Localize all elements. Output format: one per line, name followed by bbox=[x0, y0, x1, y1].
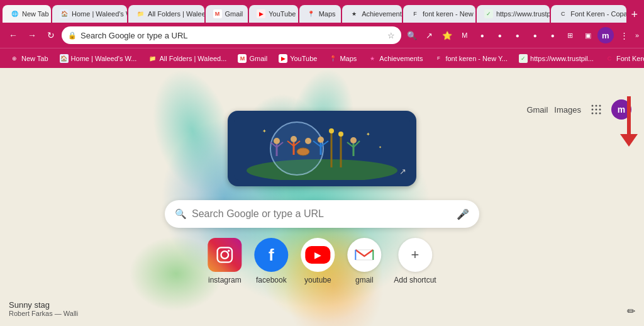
instagram-svg bbox=[216, 246, 233, 264]
bookmark-icon[interactable]: ⭐ bbox=[439, 27, 455, 43]
tab-favicon-new-tab: 🌐 bbox=[10, 9, 19, 18]
doodle-svg: ✦ ✦ ✦ bbox=[234, 117, 410, 180]
tab-copas[interactable]: C Font Keren - Copas... ✕ bbox=[551, 5, 626, 23]
bookmark-favicon-copas: C bbox=[605, 54, 614, 63]
shortcut-facebook[interactable]: f facebook bbox=[254, 238, 288, 284]
tab-label-folders: All Folders | Waleed... bbox=[148, 10, 204, 18]
tab-favicon-home: 🏠 bbox=[60, 9, 69, 18]
shortcut-gmail[interactable]: gmail bbox=[347, 238, 381, 284]
search-box[interactable]: 🔍 🎤 bbox=[165, 200, 479, 228]
svg-point-14 bbox=[318, 137, 324, 143]
svg-point-39 bbox=[221, 251, 228, 259]
reload-button[interactable]: ↻ bbox=[43, 27, 59, 43]
extension-icon-2[interactable]: ● bbox=[492, 27, 508, 43]
browser-window: 🌐 New Tab ✕ 🏠 Home | Waleed's W... ✕ 📁 A… bbox=[0, 0, 644, 326]
attribution: Sunny stag Robert Farkas — Walli bbox=[9, 300, 78, 317]
split-screen-icon[interactable]: ▣ bbox=[580, 27, 596, 43]
search-input[interactable] bbox=[192, 208, 452, 220]
svg-point-20 bbox=[329, 128, 334, 133]
extension-icon-1[interactable]: ● bbox=[474, 27, 491, 43]
doodle-share-icon[interactable]: ↗ bbox=[399, 167, 406, 176]
attribution-subtitle: Robert Farkas — Walli bbox=[9, 310, 78, 317]
youtube-play-icon: ▶ bbox=[305, 246, 330, 264]
svg-point-37 bbox=[599, 113, 601, 115]
bookmark-favicon-maps: 📍 bbox=[328, 54, 337, 63]
bookmark-label-folders: All Folders | Waleed... bbox=[159, 55, 226, 62]
svg-point-35 bbox=[592, 113, 594, 115]
shortcut-label-gmail: gmail bbox=[355, 276, 374, 284]
shortcut-instagram[interactable]: instagram bbox=[208, 238, 242, 284]
bookmark-label-home: Home | Waleed's W... bbox=[71, 55, 137, 62]
bookmark-favicon-new-tab: ⊕ bbox=[10, 54, 19, 63]
tab-bar: 🌐 New Tab ✕ 🏠 Home | Waleed's W... ✕ 📁 A… bbox=[0, 0, 644, 23]
attribution-title: Sunny stag bbox=[9, 300, 78, 310]
profile-avatar[interactable]: m bbox=[597, 27, 614, 43]
tab-achievements[interactable]: ★ Achievements ✕ bbox=[342, 5, 402, 23]
bookmark-youtube[interactable]: ▶ YouTube bbox=[274, 52, 322, 65]
new-tab-button[interactable]: + bbox=[628, 9, 642, 20]
tab-all-folders[interactable]: 📁 All Folders | Waleed... ✕ bbox=[128, 5, 204, 23]
add-shortcut-icon: + bbox=[398, 238, 432, 272]
share-icon[interactable]: ↗ bbox=[421, 27, 438, 43]
extensions-m-icon[interactable]: M bbox=[457, 27, 473, 43]
svg-point-31 bbox=[599, 105, 601, 107]
tab-new-tab[interactable]: 🌐 New Tab ✕ bbox=[3, 5, 51, 23]
svg-point-30 bbox=[596, 105, 597, 107]
forward-button[interactable]: → bbox=[24, 27, 40, 43]
search-icon: 🔍 bbox=[175, 208, 187, 220]
tab-label-home: Home | Waleed's W... bbox=[72, 10, 127, 18]
google-doodle[interactable]: ✦ ✦ ✦ ↗ bbox=[228, 111, 416, 186]
search-toolbar-icon[interactable]: 🔍 bbox=[404, 27, 420, 43]
bookmark-label-maps: Maps bbox=[340, 55, 357, 62]
tab-favicon-copas: C bbox=[558, 9, 567, 18]
back-button[interactable]: ← bbox=[5, 27, 21, 43]
extension-icon-3[interactable]: ● bbox=[509, 27, 526, 43]
svg-point-32 bbox=[592, 109, 594, 111]
lock-icon: 🔒 bbox=[68, 31, 77, 40]
tab-close-gmail[interactable]: ✕ bbox=[246, 10, 248, 18]
tab-youtube[interactable]: ▶ YouTube ✕ bbox=[249, 5, 297, 23]
bookmark-new-tab[interactable]: ⊕ New Tab bbox=[5, 52, 53, 65]
extension-icon-4[interactable]: ● bbox=[527, 27, 543, 43]
tab-gmail[interactable]: M Gmail ✕ bbox=[206, 5, 248, 23]
toolbar: ← → ↻ 🔒 Search Google or type a URL ☆ 🔍 … bbox=[0, 23, 644, 48]
google-apps-button[interactable] bbox=[587, 101, 605, 118]
tab-favicon-folders: 📁 bbox=[136, 9, 145, 18]
svg-point-33 bbox=[596, 109, 597, 111]
shortcut-youtube[interactable]: ▶ youtube bbox=[301, 238, 335, 284]
tab-home-waleed[interactable]: 🏠 Home | Waleed's W... ✕ bbox=[52, 5, 127, 23]
bookmark-folders[interactable]: 📁 All Folders | Waleed... bbox=[143, 52, 231, 65]
edit-background-button[interactable]: ✏ bbox=[627, 305, 635, 317]
svg-point-21 bbox=[338, 132, 343, 137]
bookmark-copas[interactable]: C Font Keren - Copas... bbox=[600, 52, 644, 65]
more-menu-button[interactable]: ⋮ bbox=[616, 27, 633, 43]
bookmark-favicon-folders: 📁 bbox=[148, 54, 157, 63]
bookmark-achievements[interactable]: ★ Achievements bbox=[363, 52, 428, 65]
extension-icon-5[interactable]: ● bbox=[545, 27, 561, 43]
mic-icon[interactable]: 🎤 bbox=[457, 208, 469, 220]
extensions-more[interactable]: ⊞ bbox=[562, 27, 579, 43]
extensions-overflow[interactable]: » bbox=[635, 31, 639, 39]
images-link[interactable]: Images bbox=[554, 105, 581, 115]
tab-close-maps[interactable]: ✕ bbox=[339, 10, 341, 18]
tab-favicon-youtube: ▶ bbox=[257, 9, 265, 18]
tab-trustpil[interactable]: ✓ https://www.trustpil... ✕ bbox=[477, 5, 550, 23]
svg-text:✦: ✦ bbox=[262, 128, 267, 134]
shortcut-add[interactable]: + Add shortcut bbox=[394, 238, 436, 284]
bookmark-gmail[interactable]: M Gmail bbox=[233, 52, 272, 65]
bookmark-maps[interactable]: 📍 Maps bbox=[323, 52, 362, 65]
apps-grid-icon bbox=[591, 104, 602, 115]
svg-point-34 bbox=[599, 109, 601, 111]
google-profile-button[interactable]: m bbox=[611, 99, 631, 120]
gmail-link[interactable]: Gmail bbox=[526, 105, 548, 115]
bookmark-font-keren[interactable]: F font keren - New Y... bbox=[429, 52, 513, 65]
tab-font-keren[interactable]: F font keren - New Y... ✕ bbox=[403, 5, 475, 23]
svg-point-12 bbox=[305, 138, 311, 144]
bookmark-favicon-youtube: ▶ bbox=[279, 54, 287, 63]
bookmark-home[interactable]: 🏠 Home | Waleed's W... bbox=[55, 52, 142, 65]
address-bar[interactable]: 🔒 Search Google or type a URL ☆ bbox=[62, 26, 401, 44]
tab-label-new-tab: New Tab bbox=[22, 10, 49, 18]
tab-maps[interactable]: 📍 Maps ✕ bbox=[299, 5, 341, 23]
bookmark-trust[interactable]: ✓ https://www.trustpil... bbox=[514, 52, 599, 65]
tab-label-maps: Maps bbox=[319, 10, 336, 18]
